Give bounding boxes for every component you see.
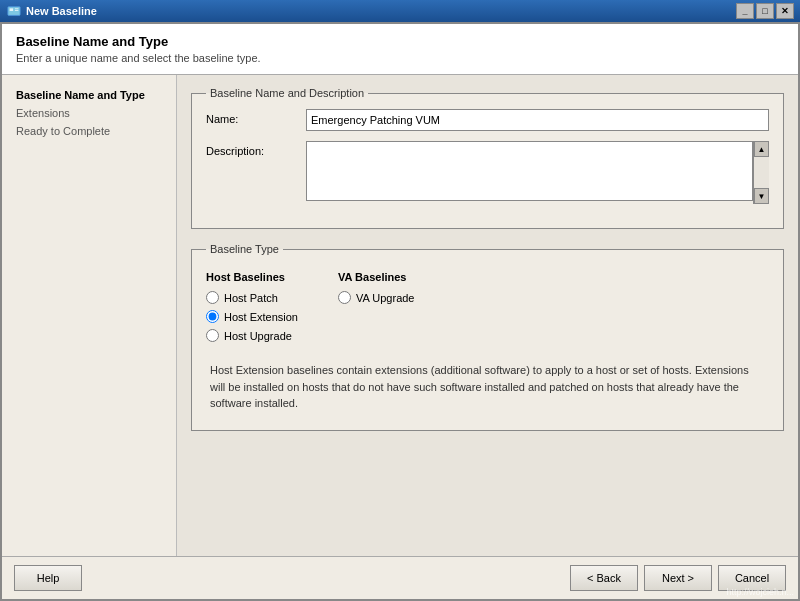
host-baselines-col: Host Baselines Host Patch Host Extension…	[206, 271, 298, 348]
baseline-type-description: Host Extension baselines contain extensi…	[206, 354, 769, 416]
footer-right: < Back Next > Cancel	[570, 565, 786, 591]
title-bar: New Baseline _ □ ✕	[0, 0, 800, 22]
page-subtitle: Enter a unique name and select the basel…	[16, 52, 784, 64]
host-baselines-heading: Host Baselines	[206, 271, 298, 283]
baseline-name-description-fieldset: Baseline Name and Description Name: Desc…	[191, 87, 784, 229]
back-button[interactable]: < Back	[570, 565, 638, 591]
description-input-wrap: ▲ ▼	[306, 141, 769, 204]
va-upgrade-label[interactable]: VA Upgrade	[356, 292, 415, 304]
host-patch-label[interactable]: Host Patch	[224, 292, 278, 304]
name-input-wrap	[306, 109, 769, 131]
next-button[interactable]: Next >	[644, 565, 712, 591]
maximize-button[interactable]: □	[756, 3, 774, 19]
baseline-type-content: Host Baselines Host Patch Host Extension…	[206, 265, 769, 354]
sidebar-item-baseline-name-type[interactable]: Baseline Name and Type	[12, 87, 166, 103]
name-row: Name:	[206, 109, 769, 131]
host-patch-radio[interactable]	[206, 291, 219, 304]
scrollbar-down-btn[interactable]: ▼	[754, 188, 769, 204]
scrollbar-up-btn[interactable]: ▲	[754, 141, 769, 157]
host-upgrade-radio[interactable]	[206, 329, 219, 342]
host-patch-option: Host Patch	[206, 291, 298, 304]
host-upgrade-option: Host Upgrade	[206, 329, 298, 342]
description-label: Description:	[206, 141, 306, 157]
minimize-button[interactable]: _	[736, 3, 754, 19]
content-area: Baseline Name and Type Extensions Ready …	[2, 75, 798, 556]
name-input[interactable]	[306, 109, 769, 131]
baseline-type-fieldset: Baseline Type Host Baselines Host Patch …	[191, 243, 784, 431]
description-textarea[interactable]	[306, 141, 753, 201]
va-upgrade-option: VA Upgrade	[338, 291, 415, 304]
main-window: Baseline Name and Type Enter a unique na…	[0, 22, 800, 601]
va-upgrade-radio[interactable]	[338, 291, 351, 304]
baseline-type-legend: Baseline Type	[206, 243, 283, 255]
cancel-button[interactable]: Cancel	[718, 565, 786, 591]
va-baselines-heading: VA Baselines	[338, 271, 415, 283]
svg-rect-2	[15, 8, 19, 9]
host-extension-label[interactable]: Host Extension	[224, 311, 298, 323]
host-extension-radio[interactable]	[206, 310, 219, 323]
sidebar-item-extensions[interactable]: Extensions	[12, 105, 166, 121]
footer: Help < Back Next > Cancel	[2, 556, 798, 599]
scrollbar-track	[754, 157, 769, 188]
va-baselines-col: VA Baselines VA Upgrade	[338, 271, 415, 348]
description-scrollbar[interactable]: ▲ ▼	[753, 141, 769, 204]
textarea-wrap: ▲ ▼	[306, 141, 769, 204]
main-panel: Baseline Name and Description Name: Desc…	[177, 75, 798, 556]
app-icon	[6, 3, 22, 19]
sidebar: Baseline Name and Type Extensions Ready …	[2, 75, 177, 556]
close-button[interactable]: ✕	[776, 3, 794, 19]
host-upgrade-label[interactable]: Host Upgrade	[224, 330, 292, 342]
sidebar-item-ready-to-complete[interactable]: Ready to Complete	[12, 123, 166, 139]
host-extension-option: Host Extension	[206, 310, 298, 323]
help-button[interactable]: Help	[14, 565, 82, 591]
title-bar-text: New Baseline	[26, 5, 736, 17]
name-label: Name:	[206, 109, 306, 125]
title-bar-controls: _ □ ✕	[736, 3, 794, 19]
description-row: Description: ▲ ▼	[206, 141, 769, 204]
svg-rect-3	[15, 10, 19, 11]
svg-rect-1	[10, 8, 14, 11]
baseline-name-description-legend: Baseline Name and Description	[206, 87, 368, 99]
page-title: Baseline Name and Type	[16, 34, 784, 49]
window-header: Baseline Name and Type Enter a unique na…	[2, 24, 798, 75]
